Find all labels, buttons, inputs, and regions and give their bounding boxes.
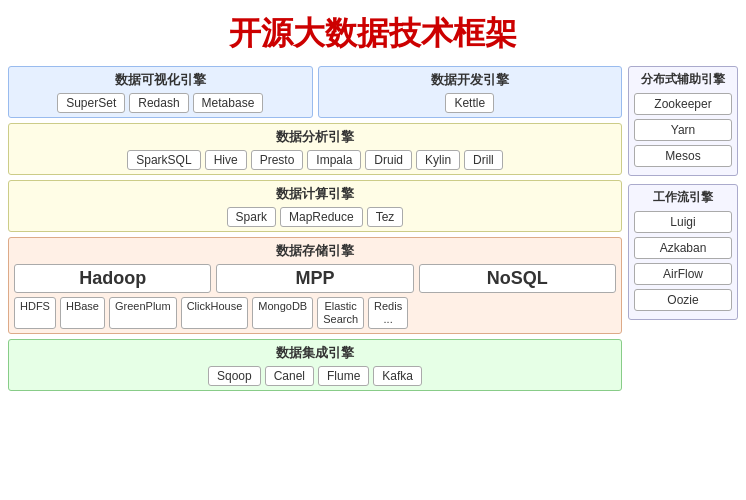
analysis-engine-chips: SparkSQL Hive Presto Impala Druid Kylin … bbox=[14, 150, 616, 170]
chip-redash: Redash bbox=[129, 93, 188, 113]
chip-flume: Flume bbox=[318, 366, 369, 386]
storage-hadoop: Hadoop bbox=[14, 264, 211, 293]
chip-elasticsearch: ElasticSearch bbox=[317, 297, 364, 329]
distributed-engine-title: 分布式辅助引擎 bbox=[634, 71, 732, 88]
chip-impala: Impala bbox=[307, 150, 361, 170]
chip-drill: Drill bbox=[464, 150, 503, 170]
chip-superset: SuperSet bbox=[57, 93, 125, 113]
chip-kylin: Kylin bbox=[416, 150, 460, 170]
dev-engine-title: 数据开发引擎 bbox=[324, 71, 617, 89]
left-area: 数据可视化引擎 SuperSet Redash Metabase 数据开发引擎 … bbox=[8, 66, 622, 391]
vis-engine-title: 数据可视化引擎 bbox=[14, 71, 307, 89]
vis-engine-section: 数据可视化引擎 SuperSet Redash Metabase bbox=[8, 66, 313, 118]
storage-detail-chips: HDFS HBase GreenPlum ClickHouse MongoDB … bbox=[14, 297, 616, 329]
chip-mongodb: MongoDB bbox=[252, 297, 313, 329]
chip-azkaban: Azkaban bbox=[634, 237, 732, 259]
chip-mapreduce: MapReduce bbox=[280, 207, 363, 227]
chip-airflow: AirFlow bbox=[634, 263, 732, 285]
chip-spark: Spark bbox=[227, 207, 276, 227]
chip-metabase: Metabase bbox=[193, 93, 264, 113]
compute-engine-title: 数据计算引擎 bbox=[14, 185, 616, 203]
chip-hive: Hive bbox=[205, 150, 247, 170]
storage-engine-title: 数据存储引擎 bbox=[14, 242, 616, 260]
chip-hbase: HBase bbox=[60, 297, 105, 329]
chip-mesos: Mesos bbox=[634, 145, 732, 167]
integration-engine-title: 数据集成引擎 bbox=[14, 344, 616, 362]
storage-categories: Hadoop MPP NoSQL bbox=[14, 264, 616, 293]
chip-redis: Redis... bbox=[368, 297, 408, 329]
compute-engine-section: 数据计算引擎 Spark MapReduce Tez bbox=[8, 180, 622, 232]
chip-yarn: Yarn bbox=[634, 119, 732, 141]
chip-clickhouse: ClickHouse bbox=[181, 297, 249, 329]
workflow-engine-section: 工作流引擎 Luigi Azkaban AirFlow Oozie bbox=[628, 184, 738, 320]
chip-druid: Druid bbox=[365, 150, 412, 170]
storage-engine-section: 数据存储引擎 Hadoop MPP NoSQL HDFS HBase Green… bbox=[8, 237, 622, 334]
dev-engine-section: 数据开发引擎 Kettle bbox=[318, 66, 623, 118]
page-title: 开源大数据技术框架 bbox=[0, 0, 746, 66]
chip-presto: Presto bbox=[251, 150, 304, 170]
right-area: 分布式辅助引擎 Zookeeper Yarn Mesos 工作流引擎 Luigi… bbox=[628, 66, 738, 391]
chip-kafka: Kafka bbox=[373, 366, 422, 386]
chip-kettle: Kettle bbox=[445, 93, 494, 113]
distributed-engine-section: 分布式辅助引擎 Zookeeper Yarn Mesos bbox=[628, 66, 738, 176]
chip-sqoop: Sqoop bbox=[208, 366, 261, 386]
chip-zookeeper: Zookeeper bbox=[634, 93, 732, 115]
main-layout: 数据可视化引擎 SuperSet Redash Metabase 数据开发引擎 … bbox=[0, 66, 746, 399]
integration-engine-chips: Sqoop Canel Flume Kafka bbox=[14, 366, 616, 386]
compute-engine-chips: Spark MapReduce Tez bbox=[14, 207, 616, 227]
integration-engine-section: 数据集成引擎 Sqoop Canel Flume Kafka bbox=[8, 339, 622, 391]
chip-hdfs: HDFS bbox=[14, 297, 56, 329]
chip-canel: Canel bbox=[265, 366, 314, 386]
chip-luigi: Luigi bbox=[634, 211, 732, 233]
chip-tez: Tez bbox=[367, 207, 404, 227]
dev-engine-chips: Kettle bbox=[324, 93, 617, 113]
chip-oozie: Oozie bbox=[634, 289, 732, 311]
analysis-engine-title: 数据分析引擎 bbox=[14, 128, 616, 146]
chip-greenplum: GreenPlum bbox=[109, 297, 177, 329]
storage-mpp: MPP bbox=[216, 264, 413, 293]
top-row: 数据可视化引擎 SuperSet Redash Metabase 数据开发引擎 … bbox=[8, 66, 622, 118]
chip-sparksql: SparkSQL bbox=[127, 150, 200, 170]
storage-nosql: NoSQL bbox=[419, 264, 616, 293]
vis-engine-chips: SuperSet Redash Metabase bbox=[14, 93, 307, 113]
analysis-engine-section: 数据分析引擎 SparkSQL Hive Presto Impala Druid… bbox=[8, 123, 622, 175]
workflow-engine-title: 工作流引擎 bbox=[634, 189, 732, 206]
